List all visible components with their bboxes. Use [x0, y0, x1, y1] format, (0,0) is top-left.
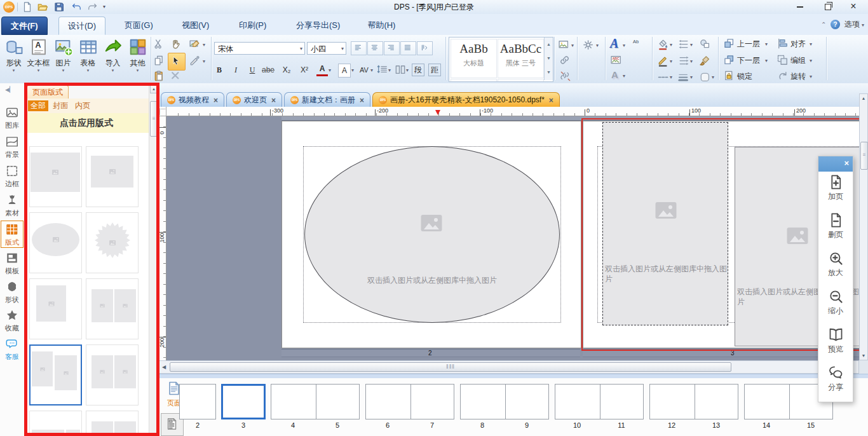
- sidebar-item-shape[interactable]: 形状: [0, 280, 24, 303]
- menu-tab-印刷P[interactable]: 印刷(P): [230, 17, 275, 34]
- char-spacing-dropdown[interactable]: ▾: [370, 67, 373, 73]
- shape-style-dropdown[interactable]: ▾: [712, 74, 714, 80]
- sidebar-item-favorite[interactable]: 收藏: [0, 308, 24, 332]
- line-width-button[interactable]: [677, 71, 690, 84]
- copy-style-button[interactable]: [699, 38, 712, 51]
- gallery-scroll-down[interactable]: ▼: [545, 51, 552, 65]
- redo-button[interactable]: [86, 1, 98, 13]
- tab-close-icon[interactable]: ×: [360, 97, 364, 104]
- layout-template-photo-pair-offset-selected[interactable]: [29, 344, 82, 405]
- new-document-button[interactable]: [22, 1, 33, 13]
- scroll-up-arrow[interactable]: ▲: [860, 96, 867, 100]
- pan-tool-button[interactable]: [170, 38, 182, 51]
- page-thumbnail-3-selected[interactable]: [221, 384, 266, 419]
- abc-picture-button[interactable]: ABC: [610, 54, 623, 67]
- panel-scroll-thumb[interactable]: ≡: [150, 101, 158, 137]
- page-thumbnail-8-9[interactable]: [460, 384, 549, 419]
- bold-button[interactable]: B: [214, 64, 225, 76]
- text-direction-button[interactable]: [417, 41, 433, 55]
- picture-tool-button[interactable]: [189, 38, 201, 51]
- layout-template-photo-pair[interactable]: [86, 344, 139, 405]
- menu-tab-分享导出S[interactable]: 分享导出(S): [287, 17, 349, 34]
- page-tool-zoom-in[interactable]: 放大: [818, 250, 853, 277]
- document-tab[interactable]: DPS欢迎页×: [226, 92, 282, 107]
- menu-tab-文件F[interactable]: 文件(F): [1, 17, 48, 35]
- panel-scrollbar[interactable]: ▲ ≡: [149, 84, 158, 436]
- highlight-dropdown[interactable]: ▾: [351, 67, 354, 73]
- line-width-dropdown[interactable]: ▾: [690, 74, 693, 80]
- scroll-left-arrow[interactable]: ◀: [159, 362, 168, 372]
- shape-style-button[interactable]: [699, 71, 712, 84]
- layout-filter-封面[interactable]: 封面: [50, 100, 71, 111]
- line-color-dropdown[interactable]: ▾: [670, 58, 672, 64]
- collapse-ribbon-icon[interactable]: ⌃: [821, 21, 826, 28]
- minimize-button[interactable]: [789, 0, 811, 13]
- document-tab[interactable]: DPS新建文档：画册×: [284, 92, 370, 107]
- collapse-panel-icon[interactable]: ◀▏: [5, 86, 14, 93]
- unlink-button[interactable]: [559, 70, 572, 83]
- panel-tab-page-layout[interactable]: 页面版式: [27, 85, 69, 99]
- page-tool-page-add[interactable]: 加页: [818, 174, 853, 201]
- dash-style-button[interactable]: [657, 71, 670, 84]
- clipart-button[interactable]: [558, 39, 571, 51]
- layout-template-photo-ellipse[interactable]: [29, 212, 82, 273]
- sidebar-item-border[interactable]: 边框: [0, 164, 24, 187]
- char-spacing-button[interactable]: AV: [358, 64, 370, 76]
- line-spacing-dropdown[interactable]: ▾: [388, 67, 391, 73]
- layout-template-photo-pair[interactable]: [86, 411, 139, 436]
- page-tool-page-remove[interactable]: 删页: [818, 212, 853, 239]
- options-button[interactable]: 选项 ▾: [844, 20, 864, 29]
- superscript-button[interactable]: X²: [299, 64, 310, 76]
- insert-tool-table[interactable]: 表格▾: [76, 36, 100, 81]
- horizontal-scrollbar[interactable]: ◀ ‖‖‖: [158, 360, 859, 374]
- columns-dropdown[interactable]: ▾: [406, 67, 409, 73]
- picture-tool-dropdown[interactable]: ▾: [203, 42, 205, 48]
- arrow-end-dropdown[interactable]: ▾: [690, 58, 693, 64]
- floating-toolbar-header[interactable]: ×: [818, 156, 853, 172]
- scroll-down-arrow[interactable]: ▼: [860, 353, 867, 358]
- sidebar-item-background[interactable]: 背景: [0, 135, 24, 158]
- wordart-dropdown[interactable]: ▾: [623, 43, 625, 48]
- highlight-color-button[interactable]: A: [338, 64, 351, 78]
- panel-scroll-up[interactable]: ▲: [150, 85, 158, 93]
- insert-tool-textbox[interactable]: A文本框▾: [26, 36, 51, 81]
- layout-template-photo-wide-small[interactable]: [29, 411, 82, 436]
- font-color-dropdown[interactable]: ▾: [329, 67, 331, 73]
- menu-tab-设计D[interactable]: 设计(D): [58, 17, 105, 35]
- menu-tab-帮助H[interactable]: 帮助(H): [358, 17, 404, 34]
- text-style-item[interactable]: AaBb 大标题: [451, 39, 497, 78]
- import-dropdown[interactable]: ▾: [112, 69, 114, 72]
- strikethrough-button[interactable]: abe: [262, 64, 275, 76]
- fill-color-dropdown[interactable]: ▾: [670, 42, 672, 48]
- page-thumbnail-2[interactable]: [179, 384, 216, 419]
- layout-filter-内页[interactable]: 内页: [72, 100, 93, 111]
- node-edit-button[interactable]: [189, 55, 201, 67]
- settings-gear-button[interactable]: [582, 39, 595, 51]
- sidebar-item-layout[interactable]: 版式: [1, 221, 24, 248]
- spacing-button[interactable]: 距: [428, 64, 441, 76]
- quick-access-more-button[interactable]: ▾: [103, 4, 105, 10]
- layout-template-photo-starburst[interactable]: [86, 212, 139, 273]
- text-effect-dropdown[interactable]: ▾: [623, 73, 625, 79]
- copy-button[interactable]: [153, 55, 166, 67]
- paste-button[interactable]: [153, 70, 166, 83]
- line-spacing-button[interactable]: [376, 64, 389, 76]
- align-center-button[interactable]: [367, 41, 383, 55]
- font-family-select[interactable]: 宋体▾: [214, 42, 305, 55]
- other-dropdown[interactable]: ▾: [137, 69, 139, 72]
- change-case-button[interactable]: ᴬᵇ: [633, 39, 639, 46]
- font-color-button[interactable]: A: [316, 64, 328, 76]
- paragraph-button[interactable]: 段: [412, 64, 424, 76]
- line-color-button[interactable]: [657, 55, 670, 67]
- sidebar-item-gallery[interactable]: 图库: [0, 106, 24, 129]
- insert-tool-import[interactable]: 导入▾: [100, 36, 125, 81]
- menu-tab-页面G[interactable]: 页面(G): [116, 17, 162, 34]
- table-dropdown[interactable]: ▾: [87, 69, 90, 72]
- vertical-scroll-thumb[interactable]: ≡: [860, 142, 868, 170]
- dash-style-dropdown[interactable]: ▾: [670, 74, 672, 80]
- wordart-button[interactable]: A: [610, 36, 623, 51]
- tab-close-icon[interactable]: ×: [549, 97, 553, 104]
- shapes-dropdown[interactable]: ▾: [13, 69, 15, 72]
- insert-tool-picture[interactable]: 图片▾: [51, 36, 76, 81]
- close-button[interactable]: ×: [843, 0, 864, 13]
